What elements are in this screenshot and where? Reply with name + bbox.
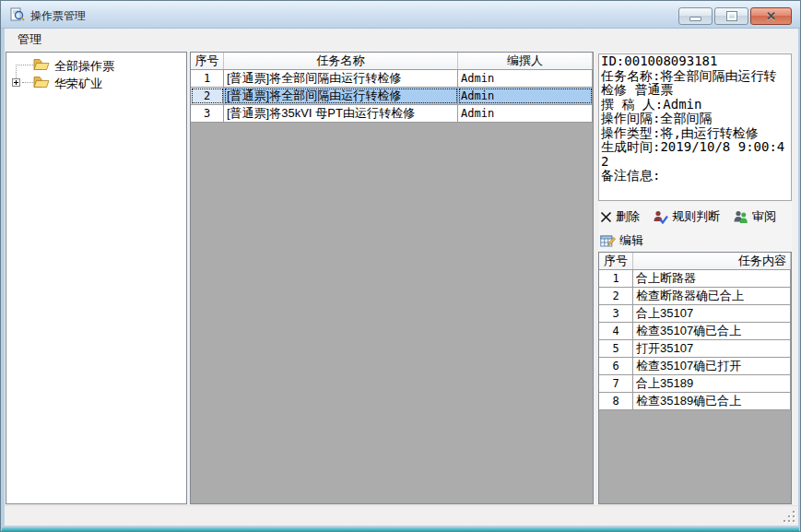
content-row-text: 检查断路器确已合上 xyxy=(633,288,791,304)
content-row-text: 合上35107 xyxy=(633,305,791,322)
maximize-icon xyxy=(727,12,736,20)
folder-icon xyxy=(33,57,50,72)
content-row-7[interactable]: 7 合上35189 xyxy=(599,375,791,393)
column-header-task-name[interactable]: 任务名称 xyxy=(224,53,458,69)
task-table-empty-area xyxy=(191,123,593,503)
content-row-text: 合上断路器 xyxy=(633,270,791,287)
window-controls: ✕ xyxy=(678,7,792,25)
content-row-index: 5 xyxy=(599,340,633,357)
task-table-header: 序号 任务名称 编撰人 xyxy=(191,53,593,70)
content-row-index: 4 xyxy=(599,323,633,339)
content-row-8[interactable]: 8 检查35189确已合上 xyxy=(599,393,791,410)
content-row-text: 检查35107确已打开 xyxy=(633,358,791,374)
app-window: 操作票管理 ✕ 管理 全部操作票 xyxy=(0,0,801,532)
action-row-2: 编辑 xyxy=(600,232,643,249)
action-row-1: 删除 规则判断 审 xyxy=(600,208,776,225)
content-table: 序号 任务内容 1 合上断路器 2 检查断路器确已合上 3 合上35107 4 xyxy=(598,252,792,504)
rule-check-label: 规则判断 xyxy=(672,208,720,225)
edit-label: 编辑 xyxy=(619,232,643,249)
rule-check-button[interactable]: 规则判断 xyxy=(653,208,720,225)
minimize-icon xyxy=(689,17,701,21)
menu-bar: 管理 xyxy=(5,29,798,50)
status-bar xyxy=(5,505,798,526)
column-header-index[interactable]: 序号 xyxy=(599,253,633,269)
content-row-index: 8 xyxy=(599,393,633,409)
content-row-index: 3 xyxy=(599,305,633,322)
tree-item-label: 全部操作票 xyxy=(54,58,114,75)
content-row-text: 检查35189确已合上 xyxy=(633,393,791,409)
maximize-button[interactable] xyxy=(714,7,748,25)
ticket-tree-panel: 全部操作票 华荣矿业 xyxy=(6,52,187,504)
task-row-editor: Admin xyxy=(458,70,593,87)
task-row-name: [普通票]将35kVⅠ 母PT由运行转检修 xyxy=(224,105,458,122)
task-row-index: 1 xyxy=(191,70,224,87)
tree-item-huarong[interactable]: 华荣矿业 xyxy=(6,74,186,91)
menu-item-manage[interactable]: 管理 xyxy=(11,29,48,51)
people-review-icon xyxy=(733,210,748,224)
tree-expand-icon[interactable] xyxy=(12,78,20,87)
app-magnifier-icon xyxy=(10,7,25,22)
content-row-1[interactable]: 1 合上断路器 xyxy=(599,270,791,288)
minimize-button[interactable] xyxy=(678,7,713,25)
column-header-content[interactable]: 任务内容 xyxy=(633,253,791,269)
content-row-4[interactable]: 4 检查35107确已合上 xyxy=(599,323,791,340)
edit-table-pencil-icon xyxy=(600,234,616,248)
detail-panel: ID:001008093181 任务名称:将全部间隔由运行转检修 普通票 撰 稿… xyxy=(598,52,792,504)
content-row-5[interactable]: 5 打开35107 xyxy=(599,340,791,358)
tree-item-all-tickets[interactable]: 全部操作票 xyxy=(6,56,186,74)
content-row-index: 1 xyxy=(599,270,633,287)
title-bar[interactable]: 操作票管理 ✕ xyxy=(1,1,800,29)
close-icon: ✕ xyxy=(766,10,776,22)
content-row-2[interactable]: 2 检查断路器确已合上 xyxy=(599,288,791,305)
window-title: 操作票管理 xyxy=(30,8,86,24)
content-row-index: 2 xyxy=(599,288,633,304)
close-button[interactable]: ✕ xyxy=(750,7,792,25)
delete-button[interactable]: 删除 xyxy=(600,208,640,225)
task-row-1[interactable]: 1 [普通票]将全部间隔由运行转检修 Admin xyxy=(191,70,593,88)
task-row-editor: Admin xyxy=(458,105,593,122)
task-table: 序号 任务名称 编撰人 1 [普通票]将全部间隔由运行转检修 Admin 2 [… xyxy=(190,52,594,504)
content-row-index: 7 xyxy=(599,375,633,392)
content-table-empty-area xyxy=(599,410,791,503)
content-row-text: 合上35189 xyxy=(633,375,791,392)
task-row-index: 2 xyxy=(191,88,224,104)
task-row-name: [普通票]将全部间隔由运行转检修 xyxy=(224,88,458,104)
review-button[interactable]: 审阅 xyxy=(733,208,776,225)
task-row-3[interactable]: 3 [普通票]将35kVⅠ 母PT由运行转检修 Admin xyxy=(191,105,593,123)
content-row-text: 打开35107 xyxy=(633,340,791,357)
column-header-index[interactable]: 序号 xyxy=(191,53,224,69)
content-row-3[interactable]: 3 合上35107 xyxy=(599,305,791,323)
resize-grip[interactable] xyxy=(783,511,796,524)
content-row-index: 6 xyxy=(599,358,633,374)
content-table-header: 序号 任务内容 xyxy=(599,253,791,270)
review-label: 审阅 xyxy=(752,208,776,225)
tree-line xyxy=(16,65,33,65)
task-row-2-selected[interactable]: 2 [普通票]将全部间隔由运行转检修 Admin xyxy=(191,88,593,105)
delete-label: 删除 xyxy=(616,208,640,225)
ticket-detail-text: ID:001008093181 任务名称:将全部间隔由运行转检修 普通票 撰 稿… xyxy=(598,53,792,201)
column-header-editor[interactable]: 编撰人 xyxy=(458,53,593,69)
edit-button[interactable]: 编辑 xyxy=(600,232,643,249)
delete-x-icon xyxy=(600,211,612,223)
person-check-icon xyxy=(653,210,668,224)
tree-item-label: 华荣矿业 xyxy=(54,76,102,92)
task-row-index: 3 xyxy=(191,105,224,122)
task-row-name: [普通票]将全部间隔由运行转检修 xyxy=(224,70,458,87)
window-bottom-border xyxy=(2,527,799,531)
client-area: 管理 全部操作票 华荣矿业 xyxy=(5,29,798,526)
content-row-6[interactable]: 6 检查35107确已打开 xyxy=(599,358,791,375)
task-row-editor: Admin xyxy=(458,88,593,104)
tree-line xyxy=(22,82,33,83)
content-row-text: 检查35107确已合上 xyxy=(633,323,791,339)
folder-icon xyxy=(33,75,50,89)
